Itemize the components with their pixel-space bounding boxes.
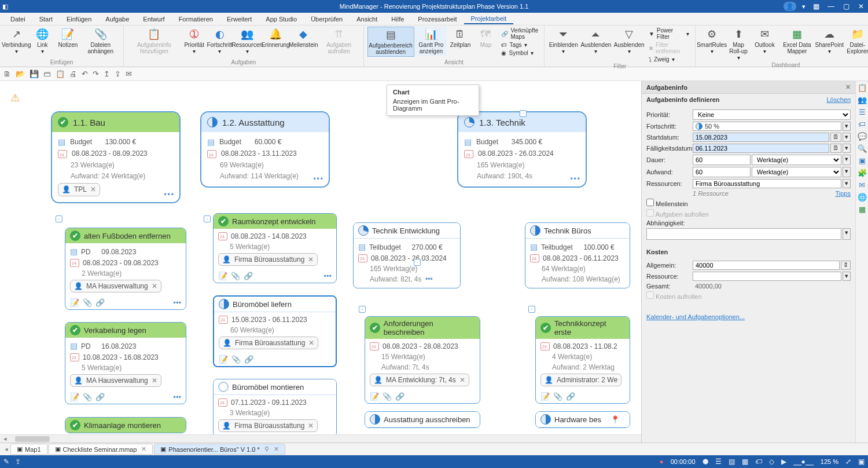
btn-aufgabenbereich[interactable]: ▤Aufgabenbereich ausblenden bbox=[367, 27, 414, 57]
node-klima[interactable]: ✔Klimaanlage montieren bbox=[65, 417, 186, 433]
resources-field[interactable] bbox=[693, 179, 841, 188]
calendar-picker-icon[interactable]: 🗓 bbox=[830, 133, 841, 142]
btn-excel[interactable]: ▦Excel Data Mapper bbox=[778, 27, 816, 56]
btn-prioritaet[interactable]: ➀Priorität▾ bbox=[182, 27, 207, 56]
new-icon[interactable]: 🗎 bbox=[3, 70, 11, 78]
node-raumkonzept[interactable]: ✔Raumkonzept entwickeln 08.08.2023 - 14.… bbox=[213, 213, 337, 283]
remove-icon[interactable]: ✕ bbox=[152, 375, 157, 386]
fit-icon[interactable]: ⤢ bbox=[845, 458, 851, 466]
minimize-icon[interactable]: — bbox=[826, 2, 836, 11]
link-icon[interactable]: 🔗 bbox=[566, 392, 575, 401]
collapse-port[interactable]: - bbox=[520, 110, 527, 117]
link-icon[interactable]: 🔗 bbox=[395, 392, 404, 401]
btn-outlook[interactable]: ✉Outlook▾ bbox=[752, 27, 777, 56]
resource-tag[interactable]: 👤 MA Hausverwaltung ✕ bbox=[70, 374, 161, 387]
btn-explorer[interactable]: 📁Datei-Explorer bbox=[843, 27, 868, 56]
btn-link[interactable]: 🌐Link▾ bbox=[30, 27, 54, 56]
node-bueromoebel-liefern[interactable]: Büromöbel liefern 15.08.2023 - 06.11.202… bbox=[213, 295, 337, 367]
resource-tag[interactable]: 👤 MA Hausverwaltung ✕ bbox=[70, 280, 161, 292]
rail-comments-icon[interactable]: 💬 bbox=[858, 132, 867, 141]
dependency-field[interactable] bbox=[646, 228, 841, 240]
present-icon[interactable]: ▶ bbox=[781, 458, 786, 466]
paste-icon[interactable]: 📋 bbox=[56, 70, 65, 78]
btn-rollup[interactable]: ⬆Map Roll-up▾ bbox=[726, 27, 752, 62]
attach-icon[interactable]: 📎 bbox=[83, 393, 92, 401]
rail-resources-icon[interactable]: 👥 bbox=[858, 96, 867, 104]
menu-start[interactable]: Start bbox=[32, 14, 60, 24]
more-icon[interactable]: ••• bbox=[570, 175, 581, 183]
node-ausstattung[interactable]: 1.2. Ausstattung ▤Budget 60.000 € 08.08.… bbox=[200, 111, 330, 188]
rail-marker-icon[interactable]: 🏷 bbox=[858, 120, 866, 129]
btn-ausblenden[interactable]: ⏶Ausblenden▾ bbox=[580, 27, 612, 56]
btn-meilenstein[interactable]: ◆Meilenstein bbox=[290, 27, 317, 49]
rail-library-icon[interactable]: ▣ bbox=[859, 156, 866, 165]
notes-icon[interactable]: 📝 bbox=[219, 355, 228, 364]
view-icon-icon[interactable]: ◇ bbox=[769, 458, 774, 466]
chevron-down-icon[interactable]: ▾ bbox=[802, 3, 806, 10]
panel-close-icon[interactable]: ✕ bbox=[845, 83, 851, 91]
btn-erinnerung[interactable]: 🔔Erinnerung bbox=[262, 27, 288, 49]
menu-hilfe[interactable]: Hilfe bbox=[384, 14, 411, 24]
node-technikkonzept[interactable]: ✔Technikkonzept erste 08.08.2023 - 11.08… bbox=[535, 316, 630, 404]
view-map-icon[interactable]: ⬢ bbox=[703, 458, 708, 466]
btn-sharepoint[interactable]: ☁SharePoint▾ bbox=[817, 27, 841, 56]
due-date-field[interactable] bbox=[693, 144, 829, 153]
btn-powerfilter[interactable]: ▼Power Filter▾ bbox=[646, 27, 692, 41]
milestone-checkbox[interactable]: Meilenstein bbox=[646, 199, 688, 207]
collapse-port[interactable]: - bbox=[359, 306, 366, 313]
menu-einfuegen[interactable]: Einfügen bbox=[60, 14, 98, 24]
resource-tag[interactable]: 👤 Firma Büroausstattung ✕ bbox=[218, 419, 318, 432]
node-anforderungen[interactable]: ✔Anforderungen beschreiben 08.08.2023 - … bbox=[365, 316, 480, 404]
menu-prozessarbeit[interactable]: Prozessarbeit bbox=[411, 14, 464, 24]
collapse-port[interactable]: - bbox=[414, 259, 421, 266]
menu-aufgabe[interactable]: Aufgabe bbox=[98, 14, 136, 24]
zoom-level[interactable]: 125 % bbox=[821, 458, 838, 465]
btn-ressourcen[interactable]: 👥Ressourcen▾ bbox=[233, 27, 262, 56]
h-scrollbar[interactable]: ◂ bbox=[0, 434, 641, 443]
print-icon[interactable]: 🖨 bbox=[69, 70, 77, 78]
notes-icon[interactable]: 📝 bbox=[540, 392, 550, 401]
calendar-picker-icon[interactable]: 🗓 bbox=[830, 144, 841, 153]
resource-tag[interactable]: 👤 Administrator: 2 We bbox=[540, 374, 621, 386]
menu-formatieren[interactable]: Formatieren bbox=[172, 14, 220, 24]
tab-pin-icon[interactable]: ⚲ bbox=[264, 445, 269, 453]
start-date-field[interactable] bbox=[693, 133, 829, 142]
tab-close-icon[interactable]: ✕ bbox=[141, 445, 146, 453]
rail-browser-icon[interactable]: 🌐 bbox=[858, 193, 867, 202]
btn-fortschritt[interactable]: ◐Fortschritt▾ bbox=[208, 27, 232, 56]
btn-zweig[interactable]: ⤵Zweig▾ bbox=[646, 56, 692, 63]
resource-tag[interactable]: 👤 Firma Büroausstattung ✕ bbox=[219, 337, 318, 349]
menu-projektarbeit[interactable]: Projektarbeit bbox=[464, 14, 514, 24]
slider-icon[interactable]: ⎯⎯●⎯⎯ bbox=[793, 458, 814, 466]
redo-icon[interactable]: ↷ bbox=[93, 70, 99, 78]
more-icon[interactable]: ••• bbox=[323, 272, 332, 280]
notes-icon[interactable]: 📝 bbox=[70, 393, 79, 401]
calendar-options-link[interactable]: Kalender- und Aufgabenoptionen... bbox=[646, 313, 745, 320]
clear-link[interactable]: Löschen bbox=[826, 96, 851, 103]
tabs-left-icon[interactable]: ◂ bbox=[2, 445, 10, 453]
mail-icon[interactable]: ✉ bbox=[126, 70, 132, 78]
undo-icon[interactable]: ↶ bbox=[82, 70, 88, 78]
tipps-link[interactable]: Tipps bbox=[836, 190, 851, 197]
rail-task-icon[interactable]: 📋 bbox=[858, 83, 867, 92]
notes-icon[interactable]: 📝 bbox=[70, 298, 79, 307]
btn-dateien[interactable]: 📎Dateien anhängen bbox=[81, 27, 120, 56]
duration-field[interactable] bbox=[693, 155, 751, 165]
more-icon[interactable]: ••• bbox=[173, 298, 181, 307]
node-technik-bueros[interactable]: Technik Büros ▤Teilbudget 100.000 € 08.0… bbox=[525, 222, 630, 288]
attach-icon[interactable]: 📎 bbox=[83, 298, 92, 307]
save-all-icon[interactable]: 🗃 bbox=[43, 70, 51, 78]
edit-mode-icon[interactable]: ✎ bbox=[3, 458, 9, 466]
resource-tag[interactable]: 👤 MA Entwicklung: 7t, 4s ✕ bbox=[370, 374, 469, 386]
priority-select[interactable]: Keine bbox=[693, 109, 851, 120]
menu-datei[interactable]: Datei bbox=[3, 14, 32, 24]
close-icon[interactable]: ✕ bbox=[856, 2, 866, 11]
notes-icon[interactable]: 📝 bbox=[370, 392, 379, 401]
remove-icon[interactable]: ✕ bbox=[152, 281, 157, 291]
btn-ausblenden2[interactable]: ▽Ausblenden▾ bbox=[613, 27, 645, 56]
tab-close-icon[interactable]: ✕ bbox=[274, 445, 279, 453]
rail-outlook-icon[interactable]: ✉ bbox=[859, 181, 865, 189]
btn-gantt[interactable]: 📊Gantt Pro anzeigen bbox=[415, 27, 447, 56]
resource-tag[interactable]: 👤 Firma Büroausstattung ✕ bbox=[218, 253, 318, 266]
view-gantt-icon[interactable]: ▤ bbox=[729, 458, 735, 466]
